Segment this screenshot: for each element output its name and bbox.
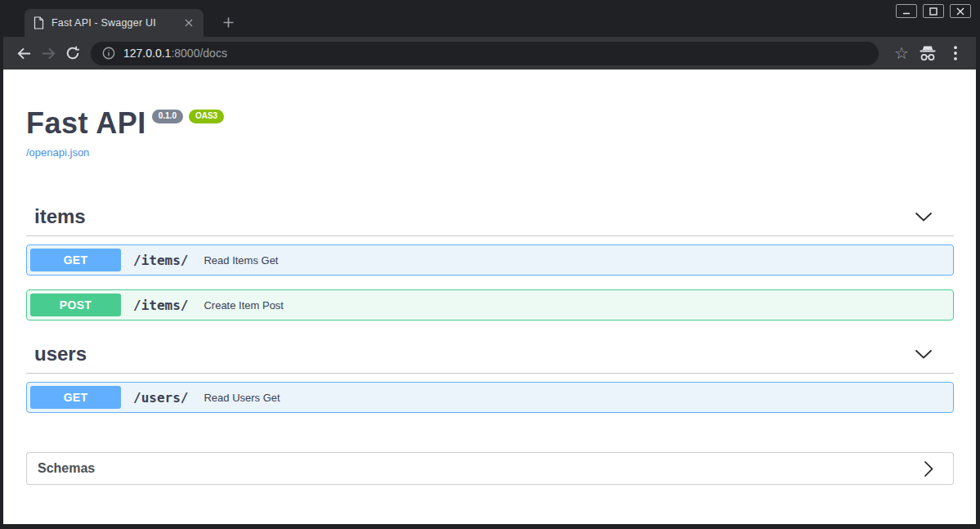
window-controls: [896, 4, 971, 18]
operation-path: /items/: [133, 298, 188, 313]
page-icon: [34, 16, 44, 29]
opblock-get-users[interactable]: GET /users/ Read Users Get: [26, 382, 954, 413]
back-icon[interactable]: [11, 41, 36, 65]
method-badge: GET: [30, 249, 121, 271]
tab-close-icon[interactable]: [181, 16, 196, 30]
operation-path: /users/: [133, 390, 188, 406]
tag-header-users[interactable]: users: [26, 343, 954, 374]
operation-summary: Read Users Get: [204, 392, 280, 404]
browser-window: Fast API - Swagger UI: [0, 0, 980, 529]
opblock-get-items[interactable]: GET /items/ Read Items Get: [26, 244, 954, 276]
tag-name: users: [34, 343, 87, 365]
star-icon[interactable]: ☆: [889, 43, 914, 63]
tab-title: Fast API - Swagger UI: [51, 17, 181, 29]
browser-toolbar: 127.0.0.1:8000/docs ☆: [3, 37, 976, 69]
method-badge: GET: [30, 386, 121, 409]
maximize-icon[interactable]: [923, 4, 944, 18]
api-info: Fast API 0.1.0 OAS3 /openapi.json: [26, 109, 954, 159]
kebab-menu-icon[interactable]: [942, 41, 969, 65]
tag-section-items: items GET /items/ Read Items Get POST /i…: [26, 205, 954, 321]
chevron-right-icon[interactable]: [924, 460, 933, 477]
operation-path: /items/: [133, 253, 188, 268]
url-text: 127.0.0.1:8000/docs: [123, 47, 227, 60]
titlebar: Fast API - Swagger UI: [3, 0, 976, 37]
browser-tab[interactable]: Fast API - Swagger UI: [25, 9, 204, 37]
version-badge: 0.1.0: [152, 110, 183, 123]
address-bar[interactable]: 127.0.0.1:8000/docs: [91, 42, 879, 65]
opblock-post-items[interactable]: POST /items/ Create Item Post: [26, 289, 954, 321]
oas3-badge: OAS3: [189, 110, 224, 123]
forward-icon[interactable]: [36, 41, 60, 65]
url-path: :8000/docs: [171, 47, 227, 60]
reload-icon[interactable]: [60, 41, 85, 65]
schemas-label: Schemas: [38, 461, 95, 476]
new-tab-icon[interactable]: [217, 11, 239, 33]
tag-name: items: [34, 205, 86, 228]
swagger-page: Fast API 0.1.0 OAS3 /openapi.json items …: [3, 69, 976, 524]
schemas-section[interactable]: Schemas: [26, 452, 954, 485]
url-host: 127.0.0.1: [123, 47, 171, 60]
tag-header-items[interactable]: items: [26, 205, 954, 236]
minimize-icon[interactable]: [896, 4, 917, 18]
chevron-down-icon[interactable]: [915, 349, 933, 360]
method-badge: POST: [30, 294, 121, 316]
openapi-json-link[interactable]: /openapi.json: [26, 146, 89, 159]
operation-summary: Create Item Post: [204, 299, 284, 312]
page-title: Fast API: [26, 109, 146, 138]
info-icon[interactable]: [102, 47, 115, 60]
operation-summary: Read Items Get: [204, 254, 278, 267]
chevron-down-icon[interactable]: [915, 212, 933, 222]
tag-section-users: users GET /users/ Read Users Get: [26, 343, 954, 413]
close-icon[interactable]: [950, 4, 971, 18]
incognito-icon: [914, 41, 942, 65]
